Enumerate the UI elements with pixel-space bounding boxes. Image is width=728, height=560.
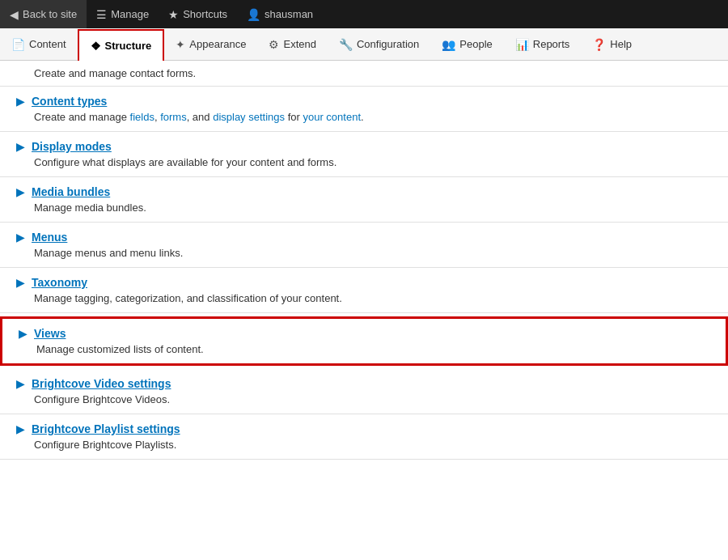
taxonomy-desc: Manage tagging, categorization, and clas…: [34, 292, 712, 304]
appearance-icon: ✦: [176, 38, 185, 51]
section-brightcove-video: ▶ Brightcove Video settings Configure Br…: [0, 369, 728, 414]
brightcove-video-link[interactable]: Brightcove Video settings: [32, 377, 171, 390]
admin-bar: ◀ Back to site ☰ Manage ★ Shortcuts 👤 sh…: [0, 0, 728, 28]
expand-icon[interactable]: ▶: [16, 140, 25, 153]
section-content-types: ▶ Content types Create and manage fields…: [0, 87, 728, 132]
section-brightcove-playlist: ▶ Brightcove Playlist settings Configure…: [0, 414, 728, 460]
manage-button[interactable]: ☰ Manage: [87, 0, 159, 28]
section-taxonomy: ▶ Taxonomy Manage tagging, categorizatio…: [0, 268, 728, 313]
extend-icon: ⚙: [269, 38, 279, 51]
back-to-site-button[interactable]: ◀ Back to site: [0, 0, 87, 28]
content-types-link[interactable]: Content types: [32, 95, 107, 108]
tab-extend[interactable]: ⚙ Extend: [257, 28, 327, 60]
expand-icon[interactable]: ▶: [16, 276, 25, 289]
expand-icon[interactable]: ▶: [19, 327, 28, 340]
user-button[interactable]: 👤 shausman: [237, 0, 323, 28]
tab-appearance[interactable]: ✦ Appearance: [164, 28, 257, 60]
menus-link[interactable]: Menus: [32, 231, 67, 244]
tab-structure[interactable]: ❖ Structure: [78, 29, 165, 61]
expand-icon[interactable]: ▶: [16, 95, 25, 108]
display-settings-link[interactable]: display settings: [213, 111, 285, 123]
brightcove-playlist-link[interactable]: Brightcove Playlist settings: [32, 422, 180, 435]
menus-desc: Manage menus and menu links.: [34, 247, 712, 259]
content-icon: 📄: [11, 38, 25, 51]
nav-tabs: 📄 Content ❖ Structure ✦ Appearance ⚙ Ext…: [0, 28, 728, 61]
tab-help[interactable]: ❓ Help: [581, 28, 643, 60]
your-content-link[interactable]: your content: [303, 111, 361, 123]
configuration-icon: 🔧: [339, 38, 353, 51]
help-icon: ❓: [592, 38, 606, 51]
tab-people[interactable]: 👥 People: [430, 28, 503, 60]
section-views: ▶ Views Manage customized lists of conte…: [0, 316, 728, 366]
tab-content[interactable]: 📄 Content: [0, 28, 78, 60]
display-modes-desc: Configure what displays are available fo…: [34, 156, 712, 168]
tab-reports[interactable]: 📊 Reports: [504, 28, 582, 60]
taxonomy-link[interactable]: Taxonomy: [32, 276, 87, 289]
content-types-desc: Create and manage fields, forms, and dis…: [34, 111, 712, 123]
expand-icon[interactable]: ▶: [16, 377, 25, 390]
user-icon: 👤: [247, 8, 260, 21]
media-bundles-desc: Manage media bundles.: [34, 202, 712, 214]
expand-icon[interactable]: ▶: [16, 422, 25, 435]
back-arrow-icon: ◀: [10, 8, 19, 21]
section-menus: ▶ Menus Manage menus and menu links.: [0, 223, 728, 268]
menu-icon: ☰: [96, 8, 107, 21]
shortcuts-button[interactable]: ★ Shortcuts: [159, 0, 237, 28]
display-modes-link[interactable]: Display modes: [32, 140, 112, 153]
reports-icon: 📊: [515, 38, 529, 51]
fields-link[interactable]: fields: [130, 111, 154, 123]
expand-icon[interactable]: ▶: [16, 185, 25, 198]
views-link[interactable]: Views: [34, 327, 66, 340]
section-media-bundles: ▶ Media bundles Manage media bundles.: [0, 177, 728, 223]
contact-forms-row: Create and manage contact forms.: [0, 61, 728, 87]
people-icon: 👥: [442, 38, 455, 51]
media-bundles-link[interactable]: Media bundles: [32, 185, 110, 198]
expand-icon[interactable]: ▶: [16, 231, 25, 244]
main-content: Create and manage contact forms. ▶ Conte…: [0, 61, 728, 460]
brightcove-video-desc: Configure Brightcove Videos.: [34, 393, 712, 405]
brightcove-playlist-desc: Configure Brightcove Playlists.: [34, 439, 712, 451]
views-desc: Manage customized lists of content.: [36, 343, 709, 355]
star-icon: ★: [168, 8, 179, 21]
section-display-modes: ▶ Display modes Configure what displays …: [0, 132, 728, 177]
forms-link[interactable]: forms: [160, 111, 187, 123]
structure-icon: ❖: [91, 40, 101, 53]
tab-configuration[interactable]: 🔧 Configuration: [328, 28, 430, 60]
